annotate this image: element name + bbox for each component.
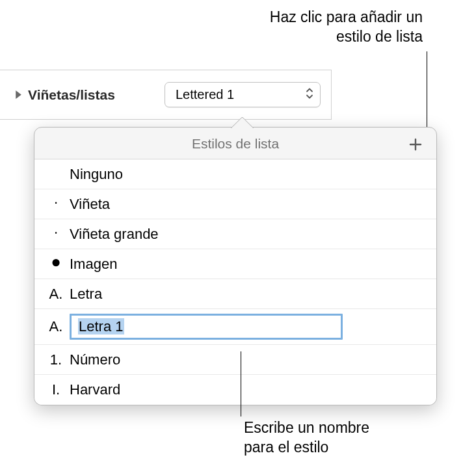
list-marker: • bbox=[45, 200, 67, 206]
list-item[interactable]: •Viñeta bbox=[34, 189, 436, 219]
list-style-dropdown[interactable]: Lettered 1 bbox=[165, 82, 321, 107]
list-item-label: Viñeta bbox=[70, 196, 110, 213]
list-item[interactable]: A.Letra bbox=[34, 279, 436, 309]
list-marker: A. bbox=[45, 318, 67, 335]
list-item[interactable]: 1.Número bbox=[34, 345, 436, 375]
callout-line bbox=[427, 51, 427, 136]
disclosure-triangle-icon[interactable] bbox=[14, 90, 23, 100]
list-item-label: Viñeta grande bbox=[70, 226, 159, 243]
list-item-label: Harvard bbox=[70, 381, 120, 398]
dropdown-value: Lettered 1 bbox=[176, 87, 234, 102]
list-item[interactable]: •Viñeta grande bbox=[34, 219, 436, 249]
list-styles-popover: Estilos de lista •Ninguno•Viñeta•Viñeta … bbox=[34, 127, 437, 405]
section-label: Viñetas/listas bbox=[28, 87, 165, 103]
list-item-label: Número bbox=[70, 351, 120, 368]
add-style-button[interactable] bbox=[406, 135, 425, 154]
list-item[interactable]: •Ninguno bbox=[34, 159, 436, 189]
callout-add-style: Haz clic para añadir un estilo de lista bbox=[270, 8, 423, 47]
style-name-input[interactable]: Letra 1 bbox=[70, 314, 343, 340]
list-item-label: Ninguno bbox=[70, 166, 123, 183]
list-marker: I. bbox=[45, 381, 67, 398]
list-item[interactable]: ●Imagen bbox=[34, 249, 436, 279]
panel-header: Viñetas/listas Lettered 1 bbox=[0, 70, 331, 120]
chevron-updown-icon bbox=[306, 87, 313, 103]
popover-header: Estilos de lista bbox=[34, 128, 436, 159]
list-marker: A. bbox=[45, 286, 67, 303]
list-item-label: Imagen bbox=[70, 256, 117, 273]
sidebar-panel: Viñetas/listas Lettered 1 bbox=[0, 70, 332, 120]
list-item-label: Letra bbox=[70, 286, 102, 303]
list-item[interactable]: A.Letra 1 bbox=[34, 309, 436, 345]
callout-line bbox=[241, 351, 241, 416]
callout-name-style: Escribe un nombre para el estilo bbox=[244, 418, 369, 457]
plus-icon bbox=[408, 137, 423, 152]
style-list: •Ninguno•Viñeta•Viñeta grande●ImagenA.Le… bbox=[34, 159, 436, 405]
list-marker: ● bbox=[45, 252, 67, 272]
list-marker: 1. bbox=[45, 351, 67, 368]
popover-title: Estilos de lista bbox=[47, 136, 423, 152]
list-marker: • bbox=[45, 230, 67, 236]
list-item[interactable]: I.Harvard bbox=[34, 375, 436, 405]
